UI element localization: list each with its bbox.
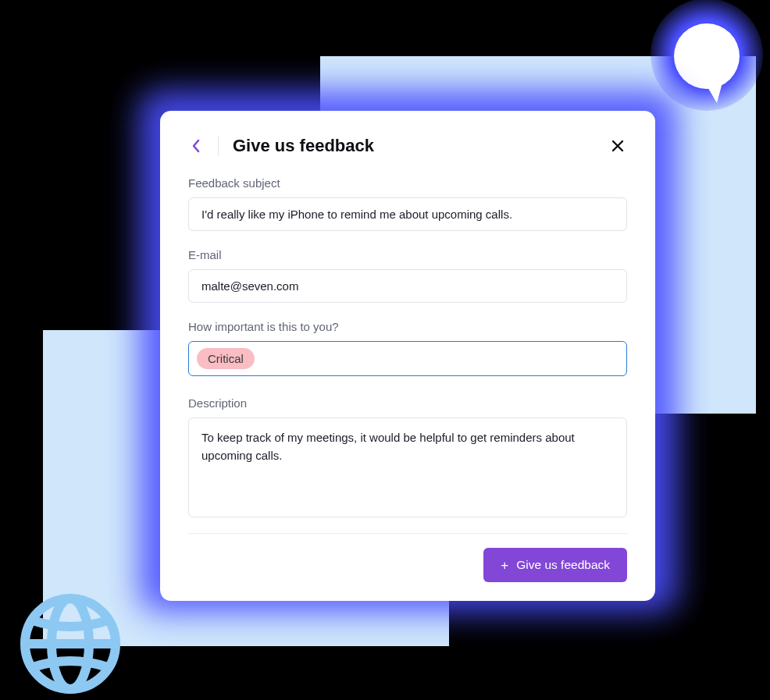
importance-label: How important is this to you?	[188, 320, 627, 333]
subject-label: Feedback subject	[188, 176, 627, 190]
back-button[interactable]	[188, 137, 204, 155]
footer-divider	[188, 533, 627, 534]
card-footer: + Give us feedback	[188, 548, 627, 582]
plus-icon: +	[501, 559, 508, 572]
close-icon	[611, 140, 624, 152]
submit-feedback-button[interactable]: + Give us feedback	[483, 548, 627, 582]
page-title: Give us feedback	[233, 136, 594, 156]
subject-input[interactable]	[188, 197, 627, 231]
globe-icon	[16, 589, 125, 698]
close-button[interactable]	[608, 137, 627, 155]
importance-select[interactable]: Critical	[188, 341, 627, 376]
submit-button-label: Give us feedback	[516, 558, 610, 572]
description-label: Description	[188, 396, 627, 410]
email-input[interactable]	[188, 269, 627, 303]
email-label: E-mail	[188, 248, 627, 261]
importance-chip: Critical	[197, 348, 255, 369]
svg-point-1	[674, 23, 740, 89]
feedback-card: Give us feedback Feedback subject E-mail…	[160, 111, 655, 601]
card-header: Give us feedback	[188, 136, 627, 156]
description-textarea[interactable]	[188, 418, 627, 517]
chevron-left-icon	[191, 139, 201, 153]
header-divider	[218, 136, 219, 156]
